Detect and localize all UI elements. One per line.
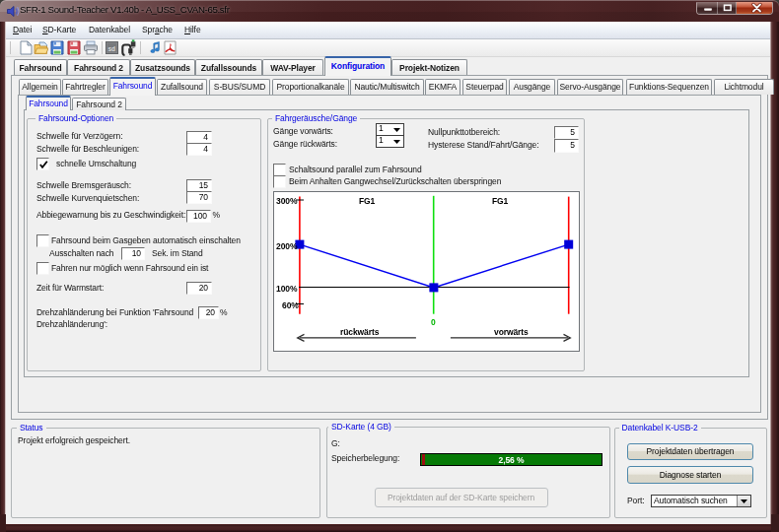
svg-text:60%: 60% (282, 300, 299, 310)
svg-text:rückwärts: rückwärts (340, 327, 380, 337)
svg-text:vorwärts: vorwärts (494, 327, 529, 337)
svg-text:FG1: FG1 (359, 196, 376, 206)
svg-text:sd: sd (108, 45, 116, 52)
svg-text:100%: 100% (276, 284, 298, 294)
svg-text:300%: 300% (276, 196, 298, 206)
svg-text:FG1: FG1 (492, 196, 509, 206)
svg-text:200%: 200% (276, 241, 298, 251)
svg-text:0: 0 (431, 317, 436, 327)
